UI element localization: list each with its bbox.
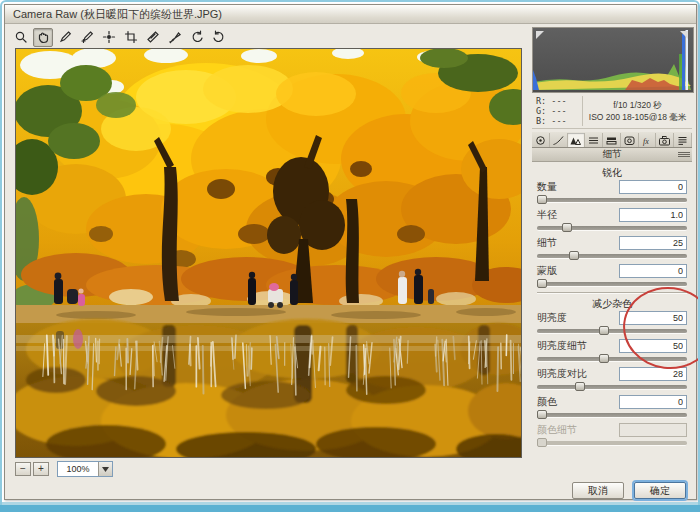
slider-track[interactable] xyxy=(537,329,687,334)
cancel-button[interactable]: 取消 xyxy=(572,482,624,499)
window-title: Camera Raw (秋日暖阳下的缤纷世界.JPG) xyxy=(13,7,222,22)
svg-text:fx: fx xyxy=(643,137,649,146)
slider-track[interactable] xyxy=(537,282,687,287)
slider-label: 明亮度对比 xyxy=(537,367,587,381)
slider-track[interactable] xyxy=(537,254,687,259)
slider-颜色: 颜色 xyxy=(537,395,687,418)
tab-camera-calibration[interactable] xyxy=(656,133,674,147)
slider-value-input[interactable] xyxy=(619,208,687,222)
tab-basic-icon xyxy=(534,135,547,146)
targeted-adjustment-tool[interactable] xyxy=(99,28,119,47)
zoom-level-value: 100% xyxy=(58,462,98,476)
section-title: 锐化 xyxy=(537,166,687,180)
rotate-right-tool[interactable] xyxy=(209,28,229,47)
tab-camera-calibration-icon xyxy=(658,135,671,146)
color-sampler-tool-icon xyxy=(80,30,94,44)
slider-明亮度对比: 明亮度对比 xyxy=(537,367,687,390)
rgb-readout-row: B: --- xyxy=(536,116,582,126)
rotate-left-tool[interactable] xyxy=(187,28,207,47)
tab-hsl-grayscale[interactable] xyxy=(585,133,603,147)
photo-preview[interactable] xyxy=(15,48,522,458)
zoom-tool[interactable] xyxy=(11,28,31,47)
slider-value-input[interactable] xyxy=(619,395,687,409)
slider-thumb[interactable] xyxy=(575,382,585,391)
camera-raw-dialog: Camera Raw (秋日暖阳下的缤纷世界.JPG) 预览 xyxy=(4,4,697,500)
title-bar[interactable]: Camera Raw (秋日暖阳下的缤纷世界.JPG) xyxy=(5,5,696,24)
slider-label: 细节 xyxy=(537,236,557,250)
adjustments-panel: R: ---G: ---B: --- f/10 1/320 秒 ISO 200 … xyxy=(530,27,694,461)
hand-tool[interactable] xyxy=(33,28,53,47)
slider-value-input[interactable] xyxy=(619,236,687,250)
slider-thumb[interactable] xyxy=(569,251,579,260)
slider-value-input[interactable] xyxy=(619,311,687,325)
tab-effects-icon: fx xyxy=(641,135,654,146)
tab-lens-corrections[interactable] xyxy=(621,133,639,147)
ok-button[interactable]: 确定 xyxy=(634,482,686,499)
adjustment-brush-tool[interactable] xyxy=(165,28,185,47)
slider-label: 明亮度细节 xyxy=(537,339,587,353)
tab-effects[interactable]: fx xyxy=(639,133,657,147)
panel-title: 细节 xyxy=(603,148,622,161)
slider-thumb[interactable] xyxy=(599,326,609,335)
histogram xyxy=(532,27,694,93)
rgb-readout-row: R: --- xyxy=(536,96,582,106)
slider-track[interactable] xyxy=(537,198,687,203)
slider-value-input[interactable] xyxy=(619,367,687,381)
slider-颜色细节: 颜色细节 xyxy=(537,423,687,446)
color-sampler-tool[interactable] xyxy=(77,28,97,47)
detail-panel-body: 锐化数量半径细节蒙版减少杂色明亮度明亮度细节明亮度对比颜色颜色细节 xyxy=(532,162,692,446)
straighten-tool-icon xyxy=(146,30,160,44)
slider-value-input[interactable] xyxy=(619,423,687,437)
slider-value-input[interactable] xyxy=(619,264,687,278)
slider-thumb[interactable] xyxy=(537,279,547,288)
slider-track[interactable] xyxy=(537,357,687,362)
zoom-in-button[interactable]: + xyxy=(33,462,49,476)
slider-label: 数量 xyxy=(537,180,557,194)
panel-header: 细节 xyxy=(532,148,692,162)
slider-label: 蒙版 xyxy=(537,264,557,278)
zoom-dropdown-arrow[interactable] xyxy=(98,462,112,476)
shadow-clipping-indicator xyxy=(536,31,544,39)
tab-presets-icon xyxy=(676,135,689,146)
slider-track[interactable] xyxy=(537,413,687,418)
slider-thumb[interactable] xyxy=(537,195,547,204)
page-frame-bottom xyxy=(0,505,700,512)
section-divider xyxy=(537,292,687,294)
slider-track[interactable] xyxy=(537,441,687,446)
section-title: 减少杂色 xyxy=(537,297,687,311)
tab-presets[interactable] xyxy=(674,133,692,147)
slider-value-input[interactable] xyxy=(619,180,687,194)
white-balance-tool[interactable] xyxy=(55,28,75,47)
slider-value-input[interactable] xyxy=(619,339,687,353)
zoom-bar: − + 100% xyxy=(15,461,113,477)
slider-明亮度: 明亮度 xyxy=(537,311,687,334)
tab-tone-curve[interactable] xyxy=(550,133,568,147)
slider-track[interactable] xyxy=(537,226,687,231)
crop-tool[interactable] xyxy=(121,28,141,47)
rotate-left-tool-icon xyxy=(190,30,204,44)
tab-basic[interactable] xyxy=(532,133,550,147)
slider-track[interactable] xyxy=(537,385,687,390)
slider-thumb[interactable] xyxy=(562,223,572,232)
tab-split-toning[interactable] xyxy=(603,133,621,147)
chevron-down-icon xyxy=(102,467,109,472)
tab-hsl-grayscale-icon xyxy=(587,135,600,146)
tab-detail[interactable] xyxy=(568,133,586,147)
lens-info: ISO 200 18-105@18 毫米 xyxy=(589,112,686,122)
rgb-readout-row: G: --- xyxy=(536,106,582,116)
slider-thumb[interactable] xyxy=(537,410,547,419)
hand-tool-icon xyxy=(36,30,50,44)
adjustment-brush-tool-icon xyxy=(168,30,182,44)
straighten-tool[interactable] xyxy=(143,28,163,47)
slider-label: 颜色细节 xyxy=(537,423,577,437)
zoom-out-button[interactable]: − xyxy=(15,462,31,476)
slider-label: 颜色 xyxy=(537,395,557,409)
tab-detail-icon xyxy=(569,135,582,146)
panel-flyout-button[interactable] xyxy=(678,150,690,159)
slider-明亮度细节: 明亮度细节 xyxy=(537,339,687,362)
tab-split-toning-icon xyxy=(605,135,618,146)
zoom-level-select[interactable]: 100% xyxy=(57,461,113,477)
slider-thumb[interactable] xyxy=(537,438,547,447)
tab-tone-curve-icon xyxy=(552,135,565,146)
slider-thumb[interactable] xyxy=(599,354,609,363)
